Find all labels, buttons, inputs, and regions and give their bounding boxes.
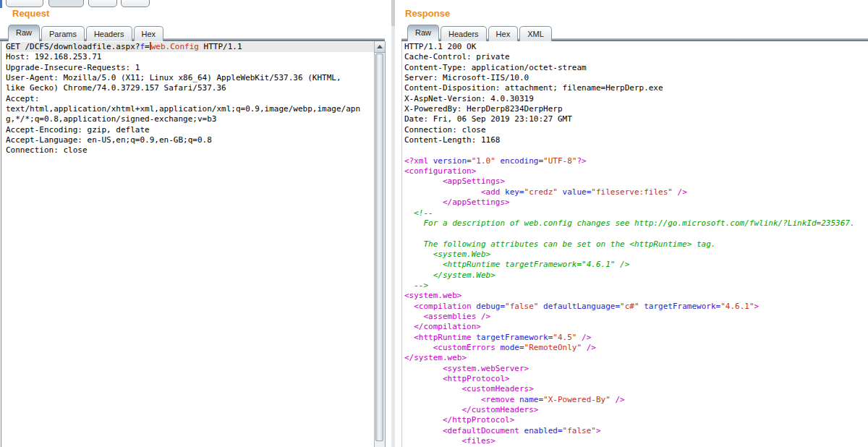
code-line: Connection: close: [6, 145, 375, 156]
code-line: <appSettings>: [404, 176, 868, 187]
tab-raw[interactable]: Raw: [8, 25, 40, 41]
code-line: text/html,application/xhtml+xml,applicat…: [6, 104, 375, 114]
response-tab-bar: RawHeadersHexXML: [407, 26, 552, 41]
code-line: </appSettings>: [404, 197, 868, 208]
scroll-up-button[interactable]: [375, 41, 385, 53]
code-line: g,*/*;q=0.8,application/signed-exchange;…: [6, 114, 375, 124]
code-line: GET /DCFS/downloadfile.aspx?f=web.Config…: [6, 42, 375, 52]
code-line: Cache-Control: private: [404, 52, 868, 62]
window-edge-accent: [0, 0, 2, 8]
code-line: Host: 192.168.253.71: [6, 52, 375, 62]
code-line: [404, 229, 868, 239]
code-line: </customHeaders>: [404, 405, 868, 415]
code-line: X-AspNet-Version: 4.0.30319: [404, 94, 868, 104]
tab-headers[interactable]: Headers: [86, 26, 132, 41]
code-line: -->: [404, 281, 868, 291]
code-line: <remove name="X-Powered-By" />: [404, 395, 868, 405]
code-line: Content-Type: application/octet-stream: [404, 63, 868, 73]
request-raw-text[interactable]: GET /DCFS/downloadfile.aspx?f=web.Config…: [1, 41, 375, 447]
code-line: <?xml version="1.0" encoding="UTF-8"?>: [404, 156, 868, 166]
code-line: </system.Web>: [404, 271, 868, 281]
code-line: The following attributes can be set on t…: [404, 239, 868, 250]
response-raw-text[interactable]: HTTP/1.1 200 OKCache-Control: privateCon…: [402, 41, 868, 447]
tab-params[interactable]: Params: [41, 26, 85, 41]
code-line: X-PoweredBy: HerpDerp8234DerpHerp: [404, 104, 868, 114]
code-line: <compilation debug="false" defaultLangua…: [404, 302, 868, 312]
toolbar-button-1[interactable]: [6, 0, 43, 7]
code-line: <customHeaders>: [404, 384, 868, 394]
code-line: [404, 145, 868, 156]
code-line: Accept-Language: en-US,en;q=0.9,en-GB;q=…: [6, 135, 375, 145]
toolbar-button-4[interactable]: [121, 0, 150, 7]
code-line: Accept:: [6, 94, 375, 104]
up-arrow-icon: [377, 45, 383, 48]
tab-hex[interactable]: Hex: [134, 26, 164, 41]
request-editor[interactable]: GET /DCFS/downloadfile.aspx?f=web.Config…: [1, 41, 386, 447]
tab-raw[interactable]: Raw: [407, 25, 439, 41]
panel-splitter-handle: [391, 0, 395, 26]
code-line: Upgrade-Insecure-Requests: 1: [6, 63, 375, 73]
response-panel-title: Response: [405, 8, 450, 19]
toolbar-button-3[interactable]: [88, 0, 117, 7]
code-line: <!--: [404, 208, 868, 218]
code-line: Accept-Encoding: gzip, deflate: [6, 125, 375, 135]
code-line: <configuration>: [404, 166, 868, 176]
code-line: </system.web>: [404, 353, 868, 363]
code-line: <system.web>: [404, 291, 868, 301]
toolbar-button-2[interactable]: [48, 0, 84, 7]
panel-splitter[interactable]: [391, 0, 395, 447]
tab-xml[interactable]: XML: [519, 26, 552, 41]
scrollbar-thumb[interactable]: [375, 54, 383, 441]
tab-headers[interactable]: Headers: [441, 26, 487, 41]
code-line: Date: Fri, 06 Sep 2019 23:10:27 GMT: [404, 114, 868, 124]
code-line: <system.Web>: [404, 250, 868, 260]
code-line: <assemblies />: [404, 312, 868, 322]
code-line: User-Agent: Mozilla/5.0 (X11; Linux x86_…: [6, 73, 375, 83]
code-line: Connection: close: [404, 125, 868, 135]
code-line: <defaultDocument enabled="false">: [404, 426, 868, 436]
code-line: <httpRuntime targetFramework="4.6.1" />: [404, 260, 868, 270]
code-line: For a description of web.config changes …: [404, 218, 868, 229]
code-line: Server: Microsoft-IIS/10.0: [404, 73, 868, 83]
request-scrollbar[interactable]: [374, 41, 385, 447]
code-line: <customErrors mode="RemoteOnly" />: [404, 343, 868, 353]
burp-repeater-view: Request RawParamsHeadersHex GET /DCFS/do…: [0, 0, 868, 447]
code-line: <httpProtocol>: [404, 374, 868, 384]
code-line: Content-Disposition: attachment; filenam…: [404, 83, 868, 93]
code-line: HTTP/1.1 200 OK: [404, 42, 868, 52]
request-tab-bar: RawParamsHeadersHex: [8, 26, 163, 41]
code-line: <system.webServer>: [404, 364, 868, 374]
code-line: <files>: [404, 436, 868, 446]
code-line: Content-Length: 1168: [404, 135, 868, 145]
tab-hex[interactable]: Hex: [488, 26, 519, 41]
code-line: </httpProtocol>: [404, 415, 868, 425]
code-line: <httpRuntime targetFramework="4.5" />: [404, 333, 868, 343]
code-line: like Gecko) Chrome/74.0.3729.157 Safari/…: [6, 83, 375, 93]
code-line: </compilation>: [404, 322, 868, 332]
response-viewer[interactable]: HTTP/1.1 200 OKCache-Control: privateCon…: [401, 41, 868, 447]
code-line: <add key="credz" value="fileserve:files"…: [404, 187, 868, 197]
request-panel-title: Request: [12, 8, 49, 19]
